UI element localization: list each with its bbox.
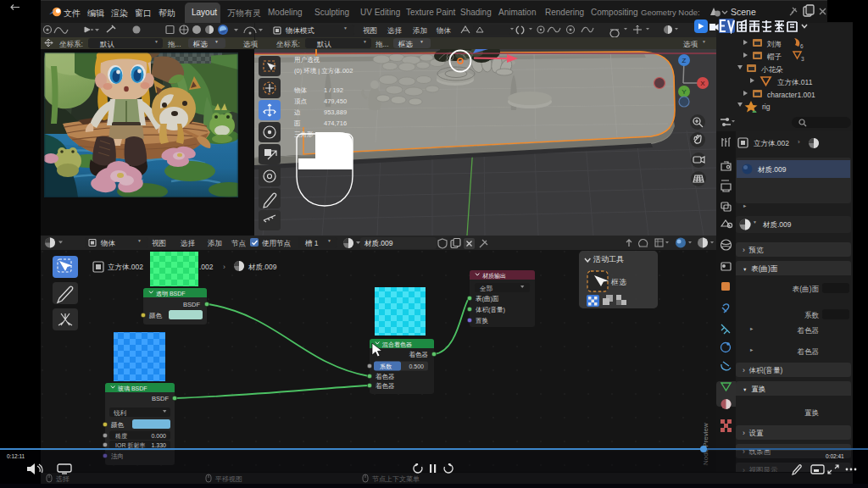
- svg-text:用户透视: 用户透视: [294, 56, 320, 64]
- svg-text:BSDF: BSDF: [183, 301, 200, 308]
- svg-text:0.500: 0.500: [409, 363, 424, 369]
- svg-text:面: 面: [293, 119, 301, 127]
- svg-text:(0) 环境 | 立方体.002: (0) 环境 | 立方体.002: [294, 67, 353, 75]
- svg-text:混合着色器: 混合着色器: [381, 341, 412, 348]
- svg-text:1.330: 1.330: [151, 442, 166, 448]
- svg-text:立方体.011: 立方体.011: [777, 78, 813, 86]
- svg-text:锐利: 锐利: [113, 409, 127, 417]
- svg-text:479,450: 479,450: [324, 97, 347, 105]
- svg-text:474,716: 474,716: [324, 119, 347, 127]
- svg-text:3: 3: [801, 56, 804, 62]
- svg-text:rig: rig: [762, 103, 771, 111]
- svg-text:全部: 全部: [480, 285, 493, 292]
- svg-text:着色器: 着色器: [409, 351, 429, 358]
- svg-text:BSDF: BSDF: [152, 395, 169, 402]
- svg-text:透明 BSDF: 透明 BSDF: [156, 291, 186, 297]
- svg-text:表(曲)面: 表(曲)面: [476, 295, 499, 302]
- svg-text:953,889: 953,889: [324, 108, 347, 116]
- svg-text:.002: .002: [199, 263, 214, 271]
- svg-text:帽子: 帽子: [767, 53, 782, 61]
- svg-text:character1.001: character1.001: [767, 91, 815, 99]
- svg-text:物体: 物体: [294, 86, 308, 94]
- svg-text:玻璃 BSDF: 玻璃 BSDF: [118, 385, 147, 391]
- svg-text:›: ›: [223, 263, 225, 271]
- svg-text:边: 边: [294, 108, 301, 116]
- svg-text:1 / 192: 1 / 192: [324, 86, 343, 94]
- svg-text:系数: 系数: [380, 363, 392, 370]
- svg-text:颜色: 颜色: [148, 312, 163, 319]
- svg-text:Y: Y: [682, 88, 687, 96]
- svg-text:Z: Z: [682, 57, 687, 64]
- svg-text:X: X: [700, 80, 705, 87]
- svg-text:糙度: 糙度: [115, 433, 127, 440]
- svg-text:置换: 置换: [476, 317, 489, 324]
- svg-text:着色器: 着色器: [376, 382, 395, 390]
- svg-text:体积(音量): 体积(音量): [476, 306, 505, 313]
- svg-text:着色器: 着色器: [376, 373, 395, 380]
- svg-text:颜色: 颜色: [110, 421, 125, 429]
- svg-text:立方体.002: 立方体.002: [108, 263, 143, 271]
- svg-text:材质.009: 材质.009: [248, 263, 277, 271]
- svg-text:材质输出: 材质输出: [482, 273, 506, 280]
- svg-text:6: 6: [800, 43, 804, 49]
- svg-text:0.000: 0.000: [151, 433, 166, 439]
- svg-text:刘海: 刘海: [766, 40, 782, 48]
- svg-text:小花朵: 小花朵: [761, 65, 783, 74]
- svg-text:顶点: 顶点: [293, 97, 308, 105]
